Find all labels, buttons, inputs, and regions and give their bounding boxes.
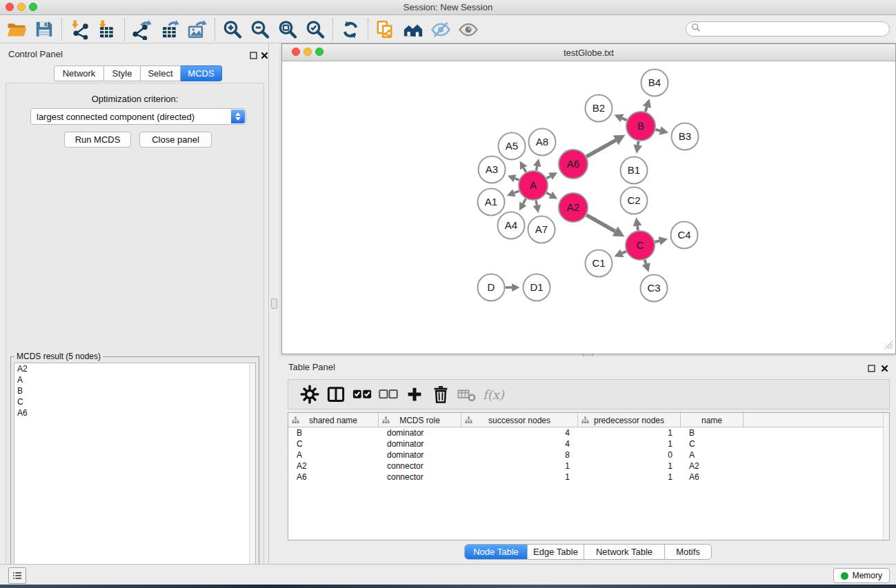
- table-row[interactable]: A2connector11A2: [288, 460, 883, 472]
- zoom-out-icon[interactable]: [246, 18, 274, 41]
- cell-successor-nodes[interactable]: 4: [461, 438, 578, 449]
- zoom-in-icon[interactable]: [219, 18, 246, 41]
- graph-node-A4[interactable]: A4: [498, 212, 525, 239]
- graph-edge-A-A7[interactable]: [536, 201, 537, 205]
- cell-name[interactable]: A: [681, 449, 744, 460]
- graph-node-B3[interactable]: B3: [672, 123, 699, 150]
- close-panel-icon[interactable]: [261, 50, 270, 59]
- column-header-shared-name[interactable]: shared name: [288, 413, 379, 427]
- graph-node-D[interactable]: D: [478, 274, 505, 301]
- graph-edge-A-A2[interactable]: [546, 193, 550, 195]
- split-columns-icon[interactable]: [323, 382, 349, 407]
- cell-name[interactable]: C: [681, 438, 744, 449]
- task-history-button[interactable]: [8, 567, 26, 584]
- graph-edge-B-B2[interactable]: [622, 118, 627, 120]
- run-mcds-button[interactable]: Run MCDS: [64, 132, 131, 148]
- graph-edge-A6-B[interactable]: [586, 140, 616, 156]
- resize-grip-icon[interactable]: [884, 340, 893, 352]
- search-input[interactable]: [701, 23, 889, 35]
- deselect-all-checks-icon[interactable]: [375, 382, 401, 407]
- graph-node-A6[interactable]: A6: [559, 150, 588, 179]
- cell-successor-nodes[interactable]: 4: [461, 427, 578, 438]
- graph-edge-C-C2[interactable]: [637, 226, 638, 231]
- new-network-from-selection-icon[interactable]: [372, 18, 399, 41]
- table-row[interactable]: Adominator80A: [288, 449, 883, 460]
- cell-shared-name[interactable]: C: [288, 438, 379, 449]
- graph-node-C[interactable]: C: [626, 231, 655, 260]
- cell-successor-nodes[interactable]: 1: [461, 460, 578, 472]
- trash-icon[interactable]: [428, 382, 454, 407]
- list-scrollbar[interactable]: [249, 363, 255, 586]
- table-row[interactable]: A6connector11A6: [288, 472, 883, 483]
- graph-node-B1[interactable]: B1: [621, 157, 648, 184]
- graph-node-C2[interactable]: C2: [621, 187, 648, 214]
- cell-name[interactable]: B: [681, 427, 744, 438]
- graph-edge-A-A6[interactable]: [546, 176, 550, 179]
- close-panel-button[interactable]: Close panel: [139, 132, 212, 148]
- cell-successor-nodes[interactable]: 8: [461, 449, 578, 460]
- tab-select[interactable]: Select: [141, 65, 181, 81]
- cell-MCDS-role[interactable]: dominator: [379, 438, 461, 449]
- graph-node-D1[interactable]: D1: [524, 274, 550, 301]
- tab-motifs[interactable]: Motifs: [664, 545, 711, 559]
- zoom-selected-icon[interactable]: [301, 18, 329, 41]
- export-network-icon[interactable]: [128, 18, 156, 41]
- graph-edge-A2-C[interactable]: [586, 215, 615, 232]
- graph-node-C4[interactable]: C4: [671, 222, 698, 249]
- float-table-panel-icon[interactable]: [868, 363, 877, 372]
- graph-node-B2[interactable]: B2: [586, 95, 613, 122]
- graph-edge-A-A5[interactable]: [524, 168, 526, 172]
- zoom-fit-icon[interactable]: [274, 18, 301, 41]
- tab-style[interactable]: Style: [104, 65, 141, 81]
- save-session-icon[interactable]: [30, 18, 58, 41]
- import-table-icon[interactable]: [93, 18, 121, 41]
- cell-predecessor-nodes[interactable]: 1: [578, 438, 681, 449]
- network-canvas[interactable]: AA1A2A3A4A5A6A7A8BB1B2B3B4CC1C2C3C4DD1: [283, 61, 895, 354]
- first-neighbors-icon[interactable]: [399, 18, 427, 41]
- float-panel-icon[interactable]: [250, 50, 259, 59]
- import-network-icon[interactable]: [66, 18, 93, 41]
- cell-MCDS-role[interactable]: connector: [379, 472, 461, 483]
- cell-predecessor-nodes[interactable]: 1: [578, 427, 681, 438]
- vertical-splitter-grip[interactable]: [271, 298, 277, 309]
- graph-node-B4[interactable]: B4: [641, 70, 668, 97]
- mcds-result-item[interactable]: A6: [14, 407, 255, 418]
- show-all-icon[interactable]: [455, 18, 482, 41]
- add-icon[interactable]: [401, 382, 428, 407]
- cell-shared-name[interactable]: A2: [288, 460, 379, 472]
- export-table-icon[interactable]: [156, 18, 183, 41]
- hide-selected-icon[interactable]: [427, 18, 455, 41]
- cell-MCDS-role[interactable]: dominator: [379, 427, 461, 438]
- search-box[interactable]: [686, 21, 890, 37]
- cell-predecessor-nodes[interactable]: 1: [578, 472, 681, 483]
- table-row[interactable]: Bdominator41B: [288, 427, 883, 438]
- graph-node-C1[interactable]: C1: [586, 250, 613, 277]
- graph-node-A3[interactable]: A3: [479, 156, 506, 183]
- graph-node-A5[interactable]: A5: [499, 133, 526, 160]
- tab-node-table[interactable]: Node Table: [465, 545, 527, 559]
- table-row[interactable]: Cdominator41C: [288, 438, 883, 449]
- memory-button[interactable]: Memory: [833, 568, 890, 583]
- graph-node-A2[interactable]: A2: [559, 193, 588, 222]
- column-header-predecessor-nodes[interactable]: predecessor nodes: [578, 413, 681, 427]
- cell-MCDS-role[interactable]: connector: [379, 460, 461, 472]
- close-table-panel-icon[interactable]: [881, 363, 890, 372]
- graph-edge-A-A3[interactable]: [515, 179, 519, 180]
- mcds-result-item[interactable]: B: [14, 385, 255, 396]
- graph-edge-C-C3[interactable]: [645, 260, 646, 264]
- select-all-checks-icon[interactable]: [349, 382, 375, 407]
- graph-edge-B-B3[interactable]: [655, 130, 660, 131]
- tab-network-table[interactable]: Network Table: [584, 545, 664, 559]
- graph-edge-A-A1[interactable]: [514, 191, 519, 193]
- cell-name[interactable]: A2: [681, 460, 744, 472]
- refresh-view-icon[interactable]: [337, 18, 364, 41]
- column-header-name[interactable]: name: [681, 413, 744, 427]
- cell-name[interactable]: A6: [681, 472, 744, 483]
- cell-shared-name[interactable]: A: [288, 449, 379, 460]
- mcds-result-item[interactable]: A: [14, 374, 255, 385]
- criterion-select[interactable]: largest connected component (directed): [30, 108, 246, 125]
- graph-node-C3[interactable]: C3: [641, 275, 668, 302]
- tab-edge-table[interactable]: Edge Table: [527, 545, 584, 559]
- cell-shared-name[interactable]: B: [288, 427, 379, 438]
- tab-network[interactable]: Network: [54, 65, 104, 81]
